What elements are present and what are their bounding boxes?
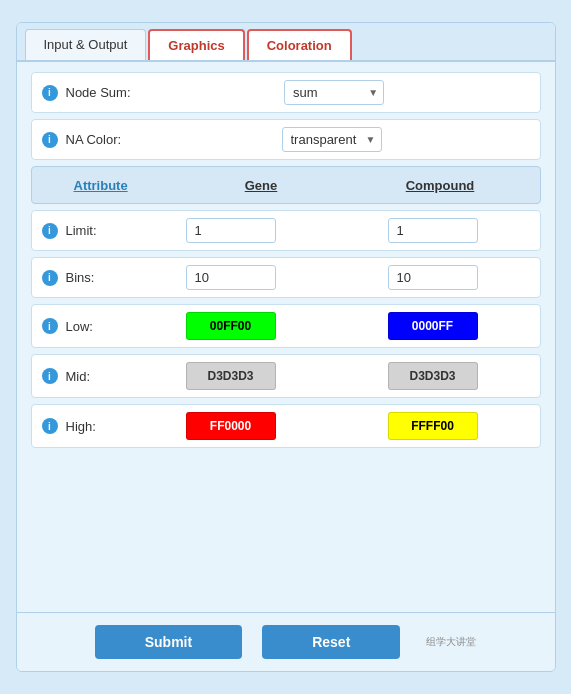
main-container: Input & Output Graphics Coloration i Nod… [16, 22, 556, 672]
low-gene-cell: 00FF00 [134, 312, 328, 340]
watermark-label: 组学大讲堂 [426, 635, 476, 649]
low-gene-color-label: 00FF00 [210, 319, 251, 333]
bins-gene-input[interactable] [186, 265, 276, 290]
tab-input-output[interactable]: Input & Output [25, 29, 147, 60]
header-attribute: Attribute [74, 178, 164, 193]
high-gene-color-label: FF0000 [210, 419, 251, 433]
low-row: i Low: 00FF00 0000FF [31, 304, 541, 348]
node-sum-select-wrapper: sum mean median ▼ [284, 80, 384, 105]
mid-row: i Mid: D3D3D3 D3D3D3 [31, 354, 541, 398]
tab-input-output-label: Input & Output [44, 37, 128, 52]
limit-row: i Limit: [31, 210, 541, 251]
na-color-row: i NA Color: transparent white black ▼ [31, 119, 541, 160]
limit-gene-input[interactable] [186, 218, 276, 243]
limit-label: Limit: [66, 223, 126, 238]
mid-gene-cell: D3D3D3 [134, 362, 328, 390]
content-area: i Node Sum: sum mean median ▼ i NA Color… [17, 62, 555, 612]
node-sum-info-icon[interactable]: i [42, 85, 58, 101]
bins-cols [134, 265, 530, 290]
mid-info-icon[interactable]: i [42, 368, 58, 384]
limit-compound-input[interactable] [388, 218, 478, 243]
limit-compound-cell [336, 218, 530, 243]
bins-info-icon[interactable]: i [42, 270, 58, 286]
high-gene-cell: FF0000 [134, 412, 328, 440]
tab-graphics[interactable]: Graphics [148, 29, 244, 60]
high-cols: FF0000 FFFF00 [134, 412, 530, 440]
limit-info-icon[interactable]: i [42, 223, 58, 239]
low-cols: 00FF00 0000FF [134, 312, 530, 340]
footer: Submit Reset 组学大讲堂 [17, 612, 555, 671]
low-compound-color-box[interactable]: 0000FF [388, 312, 478, 340]
limit-cols [134, 218, 530, 243]
tab-coloration[interactable]: Coloration [247, 29, 352, 60]
high-gene-color-box[interactable]: FF0000 [186, 412, 276, 440]
tab-bar: Input & Output Graphics Coloration [17, 23, 555, 62]
reset-button[interactable]: Reset [262, 625, 400, 659]
mid-gene-color-label: D3D3D3 [207, 369, 253, 383]
high-info-icon[interactable]: i [42, 418, 58, 434]
mid-gene-color-box[interactable]: D3D3D3 [186, 362, 276, 390]
low-label: Low: [66, 319, 126, 334]
low-info-icon[interactable]: i [42, 318, 58, 334]
na-color-info-icon[interactable]: i [42, 132, 58, 148]
bins-compound-cell [336, 265, 530, 290]
na-color-select-wrapper: transparent white black ▼ [282, 127, 382, 152]
tab-coloration-label: Coloration [267, 38, 332, 53]
header-gene: Gene [172, 178, 351, 193]
high-label: High: [66, 419, 126, 434]
na-color-select[interactable]: transparent white black [282, 127, 382, 152]
bins-compound-input[interactable] [388, 265, 478, 290]
submit-button[interactable]: Submit [95, 625, 242, 659]
table-header-row: Attribute Gene Compound [31, 166, 541, 204]
na-color-label: NA Color: [66, 132, 126, 147]
bins-row: i Bins: [31, 257, 541, 298]
node-sum-select[interactable]: sum mean median [284, 80, 384, 105]
low-compound-cell: 0000FF [336, 312, 530, 340]
node-sum-row: i Node Sum: sum mean median ▼ [31, 72, 541, 113]
high-compound-color-box[interactable]: FFFF00 [388, 412, 478, 440]
mid-compound-cell: D3D3D3 [336, 362, 530, 390]
limit-gene-cell [134, 218, 328, 243]
header-compound: Compound [351, 178, 530, 193]
high-compound-cell: FFFF00 [336, 412, 530, 440]
low-compound-color-label: 0000FF [412, 319, 453, 333]
mid-cols: D3D3D3 D3D3D3 [134, 362, 530, 390]
header-cols: Gene Compound [172, 178, 530, 193]
high-compound-color-label: FFFF00 [411, 419, 454, 433]
mid-compound-color-label: D3D3D3 [409, 369, 455, 383]
mid-compound-color-box[interactable]: D3D3D3 [388, 362, 478, 390]
bins-gene-cell [134, 265, 328, 290]
mid-label: Mid: [66, 369, 126, 384]
tab-graphics-label: Graphics [168, 38, 224, 53]
low-gene-color-box[interactable]: 00FF00 [186, 312, 276, 340]
bins-label: Bins: [66, 270, 126, 285]
node-sum-label: Node Sum: [66, 85, 131, 100]
high-row: i High: FF0000 FFFF00 [31, 404, 541, 448]
